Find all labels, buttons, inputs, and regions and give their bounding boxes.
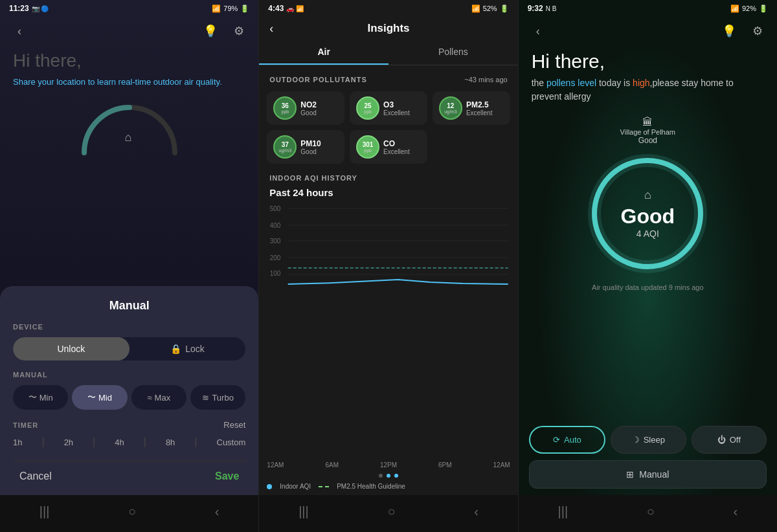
timer-custom[interactable]: Custom	[217, 438, 246, 447]
fan-min-icon: 〜	[28, 392, 37, 403]
sheet-title: Manual	[13, 299, 245, 313]
off-mode-button[interactable]: ⏻ Off	[692, 426, 767, 454]
nav-back-1[interactable]: ‹	[205, 502, 230, 522]
pollutant-pm10: 37 ug/m3 PM10 Good	[267, 130, 344, 164]
nav-bar-2: ||| ○ ‹	[259, 495, 517, 532]
dot-3[interactable]	[394, 474, 398, 478]
fan-max-button[interactable]: ≈ Max	[131, 385, 186, 410]
battery-icon-2: 🔋	[500, 5, 509, 13]
wifi-2: 📶	[471, 5, 480, 13]
fan-turbo-button[interactable]: ≋ Turbo	[190, 385, 245, 410]
save-button[interactable]: Save	[215, 471, 239, 482]
nav-menu-2[interactable]: |||	[288, 502, 319, 522]
back-button-2[interactable]: ‹	[269, 22, 273, 36]
status-bar-3: 9:32 N B 📶 92% 🔋	[519, 0, 777, 17]
panel-insights: 4:43 🚗 📶 📶 52% 🔋 ‹ Insights Air Pollens …	[258, 0, 518, 532]
nav-home-1[interactable]: ○	[118, 502, 146, 522]
nav-home-3[interactable]: ○	[636, 502, 665, 522]
device-label: DEVICE	[13, 323, 245, 331]
dot-2[interactable]	[387, 474, 390, 478]
timer-reset-button[interactable]: Reset	[223, 420, 245, 430]
legend-label-pm25: PM2.5 Health Guideline	[337, 483, 405, 490]
nav-bar-1: ||| ○ ‹	[0, 495, 258, 532]
wifi-icon-1: 📶	[212, 5, 221, 13]
location-status: Good	[638, 136, 657, 145]
timer-options: 1h | 2h | 4h | 8h | Custom	[13, 436, 245, 448]
indoor-section-title: INDOOR AQI HISTORY	[259, 169, 517, 184]
fan-turbo-icon: ≋	[202, 393, 209, 403]
fan-mode-buttons: 〜 Min 〜 Mid ≈ Max ≋ Turbo	[13, 385, 245, 410]
pm25-circle: 12 ug/m3	[439, 96, 462, 120]
home-icon-gauge: ⌂	[644, 188, 651, 202]
wifi-3: 📶	[730, 5, 739, 13]
sleep-mode-button[interactable]: ☽ Sleep	[611, 426, 686, 454]
nav-menu-3[interactable]: |||	[547, 502, 578, 522]
time-1: 11:23	[9, 4, 29, 13]
bottom-actions: Cancel Save	[13, 461, 245, 495]
building-icon: 🏛	[642, 116, 653, 128]
tab-pollens[interactable]: Pollens	[388, 40, 518, 65]
location-name: Village of Pelham	[620, 128, 675, 136]
fan-min-button[interactable]: 〜 Min	[13, 385, 68, 410]
legend-label-aqi: Indoor AQI	[280, 483, 311, 490]
nav-bar-3: ||| ○ ‹	[519, 495, 777, 532]
timer-4h[interactable]: 4h	[115, 438, 124, 447]
legend-dot-aqi	[267, 484, 272, 489]
pollutant-co: 301 ppb CO Excellent	[350, 130, 427, 164]
aqi-update-text: Air quality data updated 9 mins ago	[592, 283, 703, 291]
svg-text:200: 200	[270, 254, 281, 261]
greeting-1: Hi there,	[13, 50, 245, 71]
gauge-wrapper: ⌂ Good 4 AQI	[583, 149, 712, 278]
pollutants-row2: 37 ug/m3 PM10 Good 301 ppb CO Excellent	[259, 130, 517, 169]
battery-1: 79%	[223, 5, 238, 12]
settings-icon-1[interactable]: ⚙	[230, 22, 248, 40]
light-icon-1[interactable]: 💡	[201, 22, 220, 40]
panel-manual: 11:23 📷 🔵 📶 79% 🔋 ‹ 💡 ⚙ Hi there, Sha	[0, 0, 258, 532]
pm10-circle: 37 ug/m3	[273, 135, 297, 159]
dot-1[interactable]	[379, 474, 383, 478]
manual-mode-button[interactable]: ⊞ Manual	[529, 460, 767, 489]
timer-8h[interactable]: 8h	[166, 438, 175, 447]
location-link[interactable]: location	[56, 77, 85, 87]
nav-back-2[interactable]: ‹	[464, 502, 489, 522]
unlock-button[interactable]: Unlock	[13, 337, 130, 360]
nav-home-2[interactable]: ○	[377, 502, 405, 522]
auto-icon: ⟳	[553, 435, 560, 445]
chart-legend: Indoor AQI PM2.5 Health Guideline	[259, 480, 517, 495]
co-circle: 301 ppb	[356, 135, 379, 159]
manual-label: MANUAL	[13, 371, 245, 379]
manual-icon: ⊞	[626, 469, 634, 480]
light-icon-3[interactable]: 💡	[720, 22, 738, 40]
fan-mid-icon: 〜	[87, 392, 96, 403]
nav-menu-1[interactable]: |||	[29, 502, 60, 522]
panel1-header: ‹ 💡 ⚙	[0, 17, 258, 43]
insights-title: Insights	[367, 22, 409, 35]
svg-text:500: 500	[270, 205, 281, 212]
arc-gauge-1: ⌂	[13, 88, 245, 166]
pollutant-no2: 36 ppb NO2 Good	[267, 91, 344, 125]
auto-mode-button[interactable]: ⟳ Auto	[529, 426, 605, 454]
greeting-3: Hi there,	[519, 43, 777, 76]
timer-label: TIMER	[13, 421, 38, 429]
dot-navigation	[259, 471, 517, 480]
settings-icon-3[interactable]: ⚙	[749, 22, 767, 40]
back-button-1[interactable]: ‹	[10, 22, 28, 40]
nav-back-3[interactable]: ‹	[723, 502, 748, 522]
bottom-sheet: Manual DEVICE Unlock 🔒 Lock MANUAL 〜 Min…	[0, 286, 258, 495]
tab-air[interactable]: Air	[259, 40, 388, 65]
chart-title: Past 24 hours	[259, 184, 517, 203]
panel1-top: Hi there, Share your location to learn r…	[0, 43, 258, 286]
battery-2: 52%	[483, 5, 497, 12]
timer-2h[interactable]: 2h	[64, 438, 73, 447]
svg-text:400: 400	[270, 222, 281, 229]
outdoor-section-title: OUTDOOR POLLUTANTS ~43 mins ago	[259, 68, 517, 86]
fan-mid-button[interactable]: 〜 Mid	[72, 385, 127, 410]
status-icons-1: 📷 🔵	[32, 5, 49, 12]
lock-button[interactable]: 🔒 Lock	[130, 337, 246, 360]
legend-dash-pm25	[319, 486, 329, 487]
cancel-button[interactable]: Cancel	[19, 471, 52, 482]
timer-1h[interactable]: 1h	[13, 438, 22, 447]
status-icons-3: N B	[546, 5, 557, 12]
svg-text:100: 100	[270, 270, 281, 277]
back-button-3[interactable]: ‹	[529, 22, 547, 40]
